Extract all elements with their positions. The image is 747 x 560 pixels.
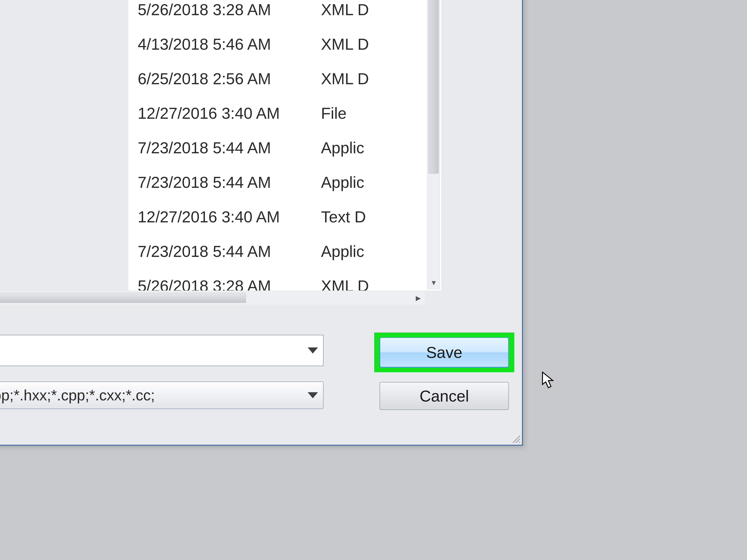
file-row[interactable]: 4/13/2018 5:46 AM XML D [128,27,425,61]
horizontal-scrollbar[interactable]: ▶ [0,291,425,304]
file-row[interactable]: 7/23/2018 5:44 AM Applic [128,165,425,199]
vertical-scrollbar[interactable]: ▼ [427,0,440,289]
file-type: Applic [321,173,364,191]
file-date: 4/13/2018 5:46 AM [128,35,321,53]
file-type: Applic [321,139,364,157]
filetype-combobox[interactable]: (*.h;*.hpp;*.hxx;*.cpp;*.cxx;*.cc; [0,381,324,409]
file-type: Applic [321,242,364,260]
chevron-down-icon[interactable] [308,392,318,398]
file-row[interactable]: 12/27/2016 3:40 AM File [128,96,425,130]
file-date: 12/27/2016 3:40 AM [128,104,321,122]
scroll-right-icon[interactable]: ▶ [412,291,425,304]
chevron-down-icon[interactable] [308,347,318,353]
file-row[interactable]: 7/23/2018 5:44 AM Applic [128,234,425,269]
scroll-down-icon[interactable]: ▼ [428,277,440,289]
horizontal-scroll-thumb[interactable] [0,293,246,303]
file-date: 12/27/2016 3:40 AM [128,208,321,226]
cancel-button-label: Cancel [419,387,469,405]
file-listing: 5/26/2018 3:28 AM XML D 4/13/2018 5:46 A… [128,0,425,291]
save-button-label: Save [426,343,462,362]
file-type: XML D [321,70,369,88]
save-button[interactable]: Save [380,337,509,368]
file-date: 6/25/2018 2:56 AM [128,70,321,88]
file-row[interactable]: 5/26/2018 3:28 AM XML D [128,269,425,291]
file-row[interactable]: 5/26/2018 3:28 AM XML D [128,0,425,27]
resize-grip-icon[interactable] [510,433,520,443]
file-date: 5/26/2018 3:28 AM [128,277,321,291]
file-type: Text D [321,208,366,226]
cursor-icon [542,371,555,390]
file-row[interactable]: 6/25/2018 2:56 AM XML D [128,61,425,96]
file-type: File [321,104,347,122]
filename-combobox[interactable] [0,335,324,366]
cancel-button[interactable]: Cancel [380,382,509,410]
save-button-highlight: Save [374,332,514,372]
file-list-pane: 5/26/2018 3:28 AM XML D 4/13/2018 5:46 A… [128,0,441,291]
file-type: XML D [321,0,369,19]
filetype-text: (*.h;*.hpp;*.hxx;*.cpp;*.cxx;*.cc; [0,386,308,404]
file-date: 5/26/2018 3:28 AM [128,0,321,19]
file-type: XML D [321,277,369,291]
save-dialog: 5/26/2018 3:28 AM XML D 4/13/2018 5:46 A… [0,0,523,446]
file-row[interactable]: 7/23/2018 5:44 AM Applic [128,130,425,165]
vertical-scroll-thumb[interactable] [428,0,439,174]
file-date: 7/23/2018 5:44 AM [128,139,321,157]
file-row[interactable]: 12/27/2016 3:40 AM Text D [128,199,425,234]
file-type: XML D [321,35,369,53]
file-date: 7/23/2018 5:44 AM [128,242,321,260]
file-date: 7/23/2018 5:44 AM [128,173,321,191]
